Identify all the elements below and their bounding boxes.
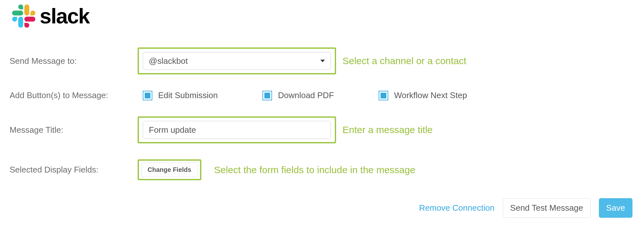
message-title-label: Message Title: bbox=[10, 125, 131, 135]
selected-fields-annotation: Select the form fields to include in the… bbox=[214, 165, 415, 175]
checkbox-label: Edit Submission bbox=[158, 90, 218, 100]
checkbox-icon bbox=[143, 91, 152, 100]
remove-connection-link[interactable]: Remove Connection bbox=[419, 203, 495, 213]
checkbox-label: Workflow Next Step bbox=[394, 90, 467, 100]
send-to-label: Send Message to: bbox=[10, 56, 131, 66]
send-to-value: @slackbot bbox=[149, 56, 188, 66]
send-test-message-button[interactable]: Send Test Message bbox=[503, 198, 591, 218]
row-selected-fields: Selected Display Fields: Change Fields S… bbox=[10, 159, 634, 180]
slack-logo: slack bbox=[12, 4, 634, 28]
send-to-highlight: @slackbot bbox=[138, 47, 336, 74]
message-title-highlight bbox=[138, 116, 336, 143]
footer: Remove Connection Send Test Message Save bbox=[10, 198, 634, 218]
row-add-buttons: Add Button(s) to Message: Edit Submissio… bbox=[10, 90, 634, 100]
slack-logo-text: slack bbox=[40, 4, 89, 28]
checkbox-label: Download PDF bbox=[278, 90, 334, 100]
save-button[interactable]: Save bbox=[599, 198, 632, 218]
change-fields-button[interactable]: Change Fields bbox=[141, 163, 197, 177]
selected-fields-label: Selected Display Fields: bbox=[10, 165, 131, 175]
checkbox-workflow-next-step[interactable]: Workflow Next Step bbox=[379, 90, 467, 100]
checkbox-download-pdf[interactable]: Download PDF bbox=[262, 90, 334, 100]
slack-logo-icon bbox=[12, 4, 35, 28]
checkbox-icon bbox=[262, 91, 272, 100]
message-title-input[interactable] bbox=[143, 121, 331, 139]
checkbox-edit-submission[interactable]: Edit Submission bbox=[143, 90, 218, 100]
checkbox-icon bbox=[379, 91, 388, 100]
row-send-message-to: Send Message to: @slackbot Select a chan… bbox=[10, 47, 634, 74]
message-title-annotation: Enter a message title bbox=[342, 124, 634, 135]
send-to-select[interactable]: @slackbot bbox=[143, 52, 331, 70]
change-fields-highlight: Change Fields bbox=[138, 159, 201, 180]
chevron-down-icon bbox=[320, 60, 325, 62]
row-message-title: Message Title: Enter a message title bbox=[10, 116, 634, 143]
add-buttons-label: Add Button(s) to Message: bbox=[10, 90, 131, 100]
send-to-annotation: Select a channel or a contact bbox=[342, 55, 634, 66]
